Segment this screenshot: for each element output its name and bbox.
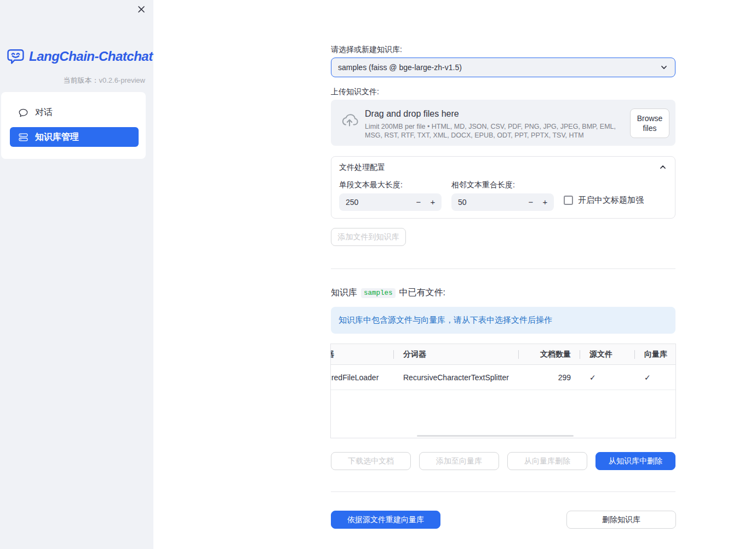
sidebar-item-label: 知识库管理 [35,131,79,143]
delete-kb-button[interactable]: 删除知识库 [566,511,676,529]
kb-heading-suffix: 中已有文件: [399,287,445,299]
table-header-loader-clipped[interactable]: 文档加载器 [331,344,393,364]
sidebar-menu: 对话 知识库管理 [1,92,146,159]
version-info: 当前版本：v0.2.6-preview [63,76,145,85]
version-value: v0.2.6-preview [99,76,145,84]
table-header-splitter[interactable]: 分词器 [393,344,518,364]
sidebar-item-knowledge-base[interactable]: 知识库管理 [10,127,139,147]
kb-files-table[interactable]: 文档加载器 分词器 文档数量 源文件 向量库 UnstructuredFileL… [330,344,676,438]
cell-splitter[interactable]: RecursiveCharacterTextSplitter [393,365,518,390]
chat-bubble-icon [19,108,28,117]
expander-title[interactable]: 文件处理配置 [339,163,385,173]
sidebar-item-label: 对话 [35,107,53,118]
chunk-size-input[interactable]: 250 − + [339,193,442,211]
cell-loader[interactable]: UnstructuredFileLoader [331,365,393,390]
dropzone-limit-text: Limit 200MB per file • HTML, MD, JSON, C… [365,122,627,140]
cloud-upload-icon [340,112,359,130]
divider [331,268,675,269]
version-label: 当前版本： [63,76,99,84]
app-logo: LangChain-Chatchat [7,47,153,65]
cell-doc-count[interactable]: 299 [518,365,580,390]
kb-files-heading: 知识库 samples 中已有文件: [331,287,445,299]
table-header-doc-count[interactable]: 文档数量 [518,344,580,364]
rebuild-vector-store-button[interactable]: 依据源文件重建向量库 [331,511,440,529]
increment-button[interactable]: + [539,193,552,211]
sidebar-close-button[interactable] [136,4,147,15]
kb-stack-icon [19,133,28,142]
langchain-chatchat-app: LangChain-Chatchat 当前版本：v0.2.6-preview 对… [0,0,756,549]
kb-select-value: samples (faiss @ bge-large-zh-v1.5) [338,63,660,72]
upload-label: 上传知识文件: [331,87,379,97]
decrement-button[interactable]: − [524,193,537,211]
chunk-size-label: 单段文本最大长度: [339,180,403,190]
delete-from-vector-store-button[interactable]: 从向量库删除 [507,452,587,470]
sidebar-item-dialogue[interactable]: 对话 [10,102,139,122]
dropzone-title: Drag and drop files here [365,109,459,119]
decrement-button[interactable]: − [412,193,425,211]
divider [331,491,675,492]
add-to-vector-store-button[interactable]: 添加至向量库 [419,452,499,470]
kb-name-code: samples [361,288,396,298]
file-dropzone[interactable]: Drag and drop files here Limit 200MB per… [331,100,675,146]
table-header-row: 文档加载器 分词器 文档数量 源文件 向量库 [331,344,675,365]
increment-button[interactable]: + [426,193,439,211]
chunk-overlap-value[interactable]: 50 [458,193,467,211]
close-icon [137,5,146,14]
cell-source-file-check[interactable]: ✓ [580,365,634,390]
info-banner: 知识库中包含源文件与向量库，请从下表中选择文件后操作 [331,307,675,334]
kb-heading-prefix: 知识库 [331,287,357,299]
chunk-overlap-label: 相邻文本重合长度: [451,180,515,190]
chunk-overlap-input[interactable]: 50 − + [451,193,554,211]
file-config-expander: 文件处理配置 单段文本最大长度: 相邻文本重合长度: 250 − + 50 − … [331,156,675,219]
horizontal-scrollbar[interactable] [417,435,574,437]
chevron-down-icon [660,63,668,72]
app-title: LangChain-Chatchat [29,49,153,64]
zh-title-enhance-checkbox-row[interactable]: 开启中文标题加强 [564,195,644,205]
add-files-to-kb-button[interactable]: 添加文件到知识库 [331,228,406,246]
kb-select-label: 请选择或新建知识库: [331,45,402,55]
table-row[interactable]: UnstructuredFileLoader RecursiveCharacte… [331,365,675,390]
kb-select-dropdown[interactable]: samples (faiss @ bge-large-zh-v1.5) [331,58,675,77]
chunk-size-value[interactable]: 250 [346,193,358,211]
table-header-source-file[interactable]: 源文件 [580,344,634,364]
download-selected-docs-button[interactable]: 下载选中文档 [331,452,411,470]
chatchat-logo-icon [7,47,25,65]
delete-from-kb-button[interactable]: 从知识库中删除 [595,452,675,470]
info-banner-text: 知识库中包含源文件与向量库，请从下表中选择文件后操作 [339,315,552,325]
checkbox-unchecked-icon[interactable] [564,196,573,205]
chevron-up-icon[interactable] [658,163,667,171]
zh-title-enhance-label: 开启中文标题加强 [578,195,644,205]
cell-vector-store-check[interactable]: ✓ [634,365,675,390]
sidebar: LangChain-Chatchat 当前版本：v0.2.6-preview 对… [0,0,153,549]
browse-files-button[interactable]: Browse files [630,108,669,138]
table-header-vector-store[interactable]: 向量库 [634,344,675,364]
